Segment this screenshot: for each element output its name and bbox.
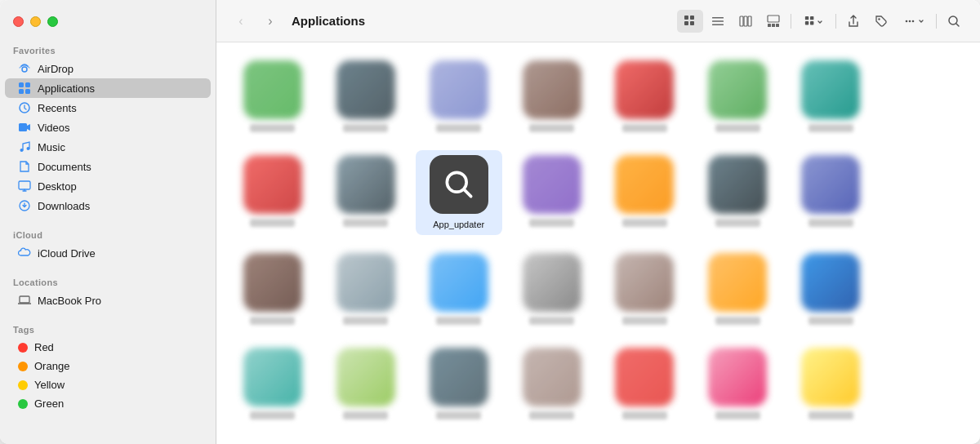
tag-button[interactable]	[868, 10, 894, 33]
sidebar: Favorites AirDrop Ap	[0, 0, 216, 444]
sidebar-item-tag-green[interactable]: Green	[5, 394, 211, 413]
view-columns-button[interactable]	[733, 10, 759, 33]
sidebar-item-tag-red[interactable]: Red	[5, 338, 211, 357]
list-item[interactable]	[694, 343, 781, 424]
sidebar-item-recents[interactable]: Recents	[5, 98, 211, 118]
divider2	[835, 14, 836, 29]
list-item[interactable]	[602, 343, 688, 424]
tag-green-dot	[18, 399, 28, 409]
svg-rect-17	[712, 20, 724, 22]
sidebar-item-downloads[interactable]: Downloads	[5, 196, 211, 215]
file-area[interactable]: App_updater	[216, 42, 980, 444]
documents-label: Documents	[38, 161, 91, 173]
tag-orange-label: Orange	[34, 360, 69, 372]
svg-rect-23	[768, 24, 771, 27]
close-button[interactable]	[13, 16, 24, 27]
list-item[interactable]	[787, 56, 874, 137]
svg-point-31	[906, 20, 908, 22]
list-item[interactable]	[787, 343, 874, 424]
group-button[interactable]	[795, 10, 831, 33]
search-button[interactable]	[941, 10, 967, 33]
list-item[interactable]	[416, 248, 502, 330]
downloads-label: Downloads	[38, 200, 90, 212]
sidebar-item-music[interactable]: Music	[5, 137, 211, 157]
tag-red-dot	[18, 343, 28, 353]
maximize-button[interactable]	[47, 16, 58, 27]
laptop-icon	[18, 294, 31, 307]
app-updater-item[interactable]: App_updater	[416, 150, 502, 235]
list-item[interactable]	[229, 248, 316, 330]
macbook-pro-label: MacBook Pro	[38, 295, 101, 307]
list-item[interactable]	[416, 343, 502, 424]
list-item[interactable]	[694, 150, 781, 235]
list-item[interactable]	[602, 248, 688, 330]
svg-rect-20	[744, 16, 747, 26]
svg-rect-18	[712, 24, 724, 25]
share-button[interactable]	[840, 10, 866, 33]
svg-rect-15	[690, 21, 694, 25]
list-item[interactable]	[694, 248, 781, 330]
view-gallery-button[interactable]	[760, 10, 786, 33]
list-item[interactable]	[787, 248, 874, 330]
icloud-label: iCloud	[0, 224, 216, 243]
list-item[interactable]	[509, 56, 595, 137]
list-item[interactable]	[323, 343, 409, 424]
list-item[interactable]	[229, 150, 316, 235]
back-button[interactable]: ‹	[229, 10, 252, 33]
toolbar-actions	[677, 10, 967, 33]
music-icon	[18, 140, 31, 153]
sidebar-item-airdrop[interactable]: AirDrop	[5, 59, 211, 78]
favorites-label: Favorites	[0, 39, 216, 59]
list-item[interactable]	[229, 343, 316, 424]
list-item[interactable]	[509, 150, 595, 235]
view-list-button[interactable]	[705, 10, 731, 33]
finder-window: Favorites AirDrop Ap	[0, 0, 980, 444]
tag-green-label: Green	[34, 397, 64, 410]
svg-point-8	[27, 147, 30, 150]
list-item[interactable]	[509, 248, 595, 330]
sidebar-item-documents[interactable]: Documents	[5, 157, 211, 176]
list-item[interactable]	[509, 343, 595, 424]
desktop-label: Desktop	[38, 180, 77, 193]
recents-icon	[18, 101, 31, 114]
sidebar-item-videos[interactable]: Videos	[5, 118, 211, 137]
list-item[interactable]	[787, 150, 874, 235]
traffic-lights	[0, 0, 216, 39]
svg-rect-12	[684, 16, 688, 20]
sidebar-item-tag-orange[interactable]: Orange	[5, 357, 211, 375]
svg-point-7	[20, 149, 24, 152]
more-button[interactable]	[896, 10, 932, 33]
tag-orange-dot	[18, 362, 28, 371]
svg-point-0	[22, 67, 27, 72]
list-item[interactable]	[229, 56, 316, 137]
svg-rect-27	[810, 16, 813, 19]
minimize-button[interactable]	[30, 16, 41, 27]
svg-rect-29	[810, 21, 813, 24]
toolbar-title: Applications	[292, 14, 670, 28]
list-item[interactable]	[323, 248, 409, 330]
sidebar-item-macbook-pro[interactable]: MacBook Pro	[5, 291, 211, 310]
forward-button[interactable]: ›	[259, 10, 282, 33]
videos-label: Videos	[38, 122, 70, 134]
svg-rect-1	[19, 82, 24, 87]
list-item[interactable]	[694, 56, 781, 137]
list-item[interactable]	[323, 150, 409, 235]
tag-yellow-dot	[18, 380, 28, 390]
list-item[interactable]	[416, 56, 502, 137]
view-icons-button[interactable]	[677, 10, 703, 33]
music-label: Music	[38, 141, 65, 153]
list-item[interactable]	[323, 56, 409, 137]
sidebar-item-icloud-drive[interactable]: iCloud Drive	[5, 243, 211, 263]
airdrop-icon	[18, 62, 31, 75]
file-grid: App_updater	[229, 56, 967, 424]
sidebar-item-tag-yellow[interactable]: Yellow	[5, 375, 211, 394]
svg-rect-26	[804, 16, 808, 19]
tag-yellow-label: Yellow	[34, 379, 65, 391]
icloud-drive-label: iCloud Drive	[38, 247, 96, 260]
recents-label: Recents	[38, 102, 77, 114]
list-item[interactable]	[602, 56, 688, 137]
svg-rect-21	[748, 16, 751, 26]
sidebar-item-applications[interactable]: Applications	[5, 78, 211, 98]
list-item[interactable]	[602, 150, 688, 235]
sidebar-item-desktop[interactable]: Desktop	[5, 176, 211, 196]
